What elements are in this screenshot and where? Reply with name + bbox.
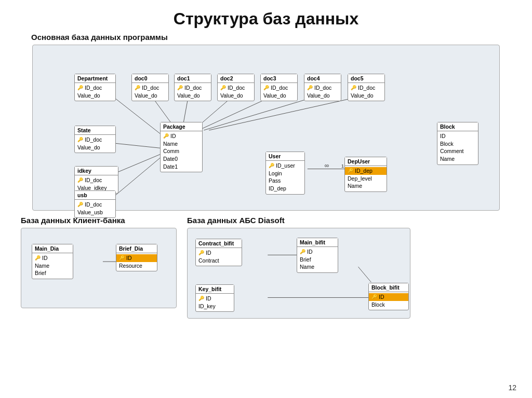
client-db-area: Main_Dia 🔑ID Name Brief Brief_Dia 🔑ID Re… <box>21 228 177 308</box>
table-doc1: doc1 🔑ID_doc Value_do <box>174 74 211 101</box>
table-doc0: doc0 🔑ID_doc Value_do <box>131 74 169 101</box>
table-state: State 🔑ID_doc Value_do <box>74 126 116 153</box>
abs-section: База данных АБС Diasoft Contract_bifit 🔑… <box>187 216 410 319</box>
main-db-area: ∞ 1 Department 🔑ID_doc Value_do doc0 🔑ID… <box>32 45 500 211</box>
table-doc4: doc4 🔑ID_doc Value_do <box>304 74 341 101</box>
page-number: 12 <box>508 383 516 392</box>
table-doc2: doc2 🔑ID_doc Value_do <box>217 74 255 101</box>
svg-line-0 <box>113 97 163 135</box>
svg-line-4 <box>198 97 271 130</box>
table-doc5: doc5 🔑ID_doc Value_do <box>348 74 385 101</box>
svg-line-9 <box>113 156 163 198</box>
abs-db-area: Contract_bifit 🔑ID Contract Main_bifit 🔑… <box>187 228 410 319</box>
table-usb: usb 🔑ID_doc Value_usb <box>74 190 116 218</box>
svg-line-7 <box>113 143 163 148</box>
svg-line-6 <box>209 97 359 130</box>
table-main-dia: Main_Dia 🔑ID Name Brief <box>32 244 73 279</box>
table-main-bifit: Main_bifit 🔑ID Brief Name <box>297 238 338 273</box>
svg-text:∞: ∞ <box>325 162 329 169</box>
svg-text:1: 1 <box>341 163 344 169</box>
table-user: User 🔑ID_user Login Pass ID_dep <box>265 152 305 195</box>
svg-line-15 <box>358 267 371 282</box>
client-bank-section: База данных Клиент-банка Main_Dia 🔑ID Na… <box>21 216 177 319</box>
table-block-bifit: Block_bifit 🔑ID Block <box>368 283 409 310</box>
table-department: Department 🔑ID_doc Value_do <box>74 74 116 101</box>
page-title: Структура баз данных <box>0 0 532 33</box>
table-block-main: Block ID Block Comment Name <box>437 122 478 165</box>
table-depuser: DepUser 🔑ID_dep Dep_level Name <box>344 157 387 192</box>
abs-section-label: База данных АБС Diasoft <box>187 216 410 225</box>
svg-line-5 <box>204 97 315 130</box>
table-brief-dia: Brief_Dia 🔑ID Resource <box>116 244 157 271</box>
table-doc3: doc3 🔑ID_doc Value_do <box>260 74 298 101</box>
table-key-bifit: Key_bifit 🔑ID ID_key <box>195 284 234 312</box>
table-contract-bifit: Contract_bifit 🔑ID Contract <box>195 239 242 266</box>
table-idkey: idkey 🔑ID_doc Value_idkey <box>74 166 118 194</box>
main-section-label: Основная база данных программы <box>31 33 532 42</box>
table-package: Package 🔑ID Name Comm Date0 Date1 <box>160 122 203 172</box>
svg-line-8 <box>113 154 163 174</box>
